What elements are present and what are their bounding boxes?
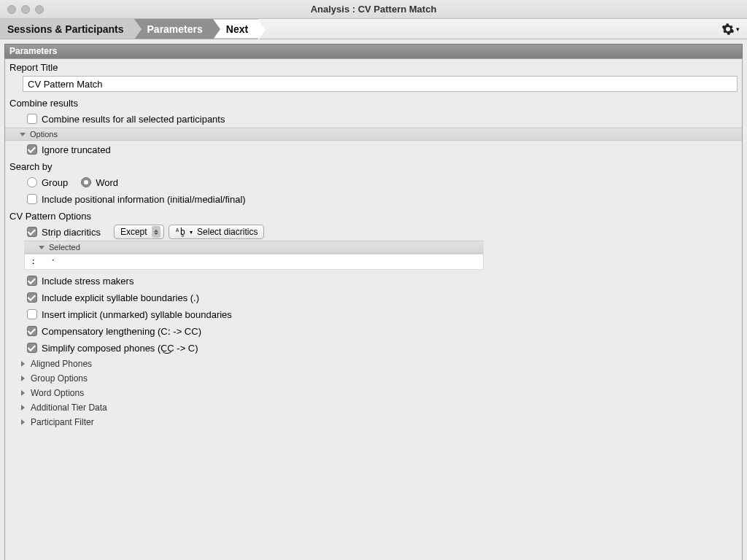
diacritics-icon: ᴬb̥ [175,227,185,237]
participant-filter-label: Participant Filter [31,417,94,427]
breadcrumb-label: Sessions & Participants [7,23,124,35]
strip-diacritics-row: Strip diacritics Except ᴬb̥ ▾ Select dia… [5,224,742,240]
simplify-checkbox[interactable] [27,343,37,353]
chevron-down-icon: ▾ [736,26,740,33]
titlebar: Analysis : CV Pattern Match [0,0,747,19]
ignore-truncated-row[interactable]: Ignore truncated [5,141,742,158]
include-stress-checkbox[interactable] [27,276,37,286]
selected-subheader[interactable]: Selected [24,241,484,254]
chevron-down-icon: ▾ [190,229,193,236]
search-by-radios: Group Word [5,174,742,190]
include-positional-label: Include positional information (initial/… [42,194,246,205]
simplify-label: Simplify composed phones (C͜C -> C) [42,343,198,354]
insert-implicit-label: Insert implicit (unmarked) syllable boun… [42,309,232,320]
gear-icon [721,23,735,36]
strip-diacritics-label: Strip diacritics [42,227,101,238]
search-by-word-radio[interactable] [81,177,91,187]
breadcrumb-bar: Sessions & Participants Parameters Next … [0,19,747,39]
include-explicit-row[interactable]: Include explicit syllable boundaries (.) [5,289,742,306]
updown-icon [152,226,160,238]
search-by-group-label: Group [42,177,68,188]
word-options-section[interactable]: Word Options [5,386,742,400]
except-dropdown[interactable]: Except [114,225,164,239]
include-positional-row[interactable]: Include positional information (initial/… [5,191,742,207]
simplify-row[interactable]: Simplify composed phones (C͜C -> C) [5,340,742,356]
window-title: Analysis : CV Pattern Match [0,4,747,15]
chevron-down-icon [20,133,26,136]
chevron-right-icon [21,390,25,396]
cv-pattern-options-label: CV Pattern Options [5,208,742,223]
word-options-label: Word Options [31,388,84,398]
ignore-truncated-checkbox[interactable] [27,144,37,155]
group-options-section[interactable]: Group Options [5,371,742,386]
selected-subheader-label: Selected [49,243,80,252]
select-diacritics-button[interactable]: ᴬb̥ ▾ Select diacritics [169,225,265,239]
include-positional-checkbox[interactable] [27,194,37,204]
aligned-phones-label: Aligned Phones [31,359,92,369]
options-subheader[interactable]: Options [5,128,742,141]
report-title-input[interactable] [23,76,738,92]
panel-header: Parameters [4,44,743,58]
search-by-label: Search by [5,158,742,174]
breadcrumb-label: Next [226,23,248,35]
parameters-panel: Report Title Combine results Combine res… [4,58,743,560]
combine-results-label: Combine results [5,95,742,110]
insert-implicit-row[interactable]: Insert implicit (unmarked) syllable boun… [5,306,742,322]
combine-all-row[interactable]: Combine results for all selected partici… [5,111,742,127]
compensatory-checkbox[interactable] [27,326,37,336]
chevron-right-icon [21,361,25,367]
strip-diacritics-checkbox[interactable] [27,227,37,237]
report-title-label: Report Title [5,59,742,74]
breadcrumb-parameters[interactable]: Parameters [134,19,213,39]
settings-menu[interactable]: ▾ [721,19,747,39]
chevron-right-icon [21,376,25,381]
compensatory-row[interactable]: Compensatory lengthening (Cː -> CC) [5,323,742,339]
insert-implicit-checkbox[interactable] [27,309,37,319]
include-stress-label: Include stress makers [42,276,133,287]
chevron-down-icon [39,246,44,249]
breadcrumb-sessions[interactable]: Sessions & Participants [0,19,134,39]
aligned-phones-section[interactable]: Aligned Phones [5,357,742,371]
options-subheader-label: Options [30,130,58,139]
selected-diacritics-display[interactable]: ː ˑ [24,254,484,270]
breadcrumb-label: Parameters [147,23,203,35]
select-diacritics-label: Select diacritics [197,227,258,237]
combine-all-checkbox[interactable] [27,114,37,124]
include-explicit-label: Include explicit syllable boundaries (.) [42,292,199,303]
chevron-right-icon [21,405,25,411]
combine-all-label: Combine results for all selected partici… [42,114,225,125]
search-by-word-label: Word [96,177,118,188]
additional-tier-label: Additional Tier Data [31,402,107,413]
except-dropdown-label: Except [120,227,147,237]
include-explicit-checkbox[interactable] [27,292,37,303]
chevron-right-icon [21,419,25,425]
additional-tier-section[interactable]: Additional Tier Data [5,400,742,415]
compensatory-label: Compensatory lengthening (Cː -> CC) [42,326,201,337]
participant-filter-section[interactable]: Participant Filter [5,415,742,429]
ignore-truncated-label: Ignore truncated [42,144,111,155]
search-by-group-radio[interactable] [27,177,37,187]
include-stress-row[interactable]: Include stress makers [5,273,742,289]
group-options-label: Group Options [31,373,88,384]
